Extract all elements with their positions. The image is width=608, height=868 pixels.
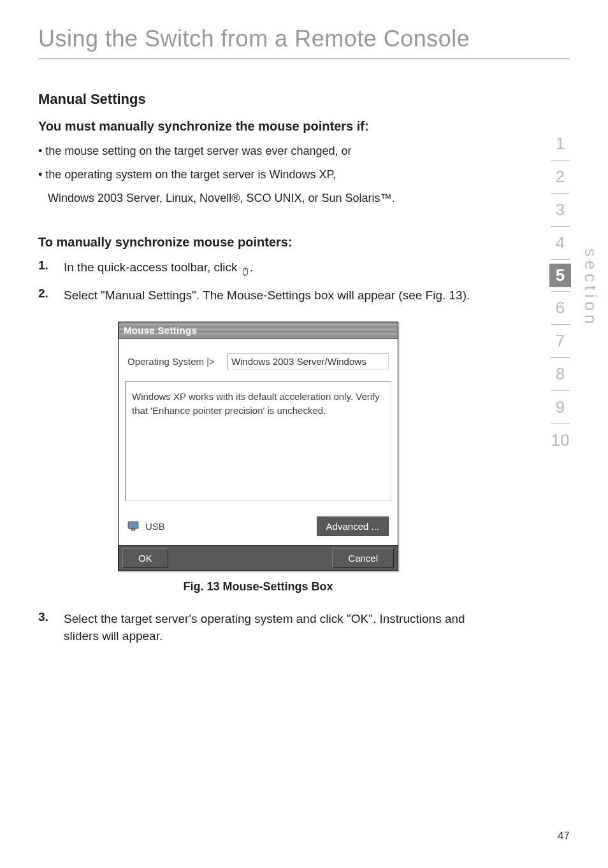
section-nav-3[interactable]: 3 (544, 194, 576, 226)
section-nav-7[interactable]: 7 (544, 325, 576, 357)
svg-rect-3 (131, 529, 135, 530)
figure-caption: Fig. 13 Mouse-Settings Box (38, 580, 478, 594)
step1-text-a: In the quick-access toolbar, click (64, 260, 241, 274)
numbered-list: 1. In the quick-access toolbar, click . … (38, 259, 478, 304)
heading-manual-settings: Manual Settings (38, 91, 478, 108)
section-nav-4[interactable]: 4 (544, 227, 576, 259)
ok-button[interactable]: OK (122, 548, 168, 568)
dialog-usb-row: USB Advanced ... (119, 501, 398, 545)
bullet-os-list-cont: Windows 2003 Server, Linux, Novell®, SCO… (38, 190, 478, 207)
numbered-list-2: 3. Select the target server's operating … (38, 610, 478, 645)
section-nav-10[interactable]: 10 (544, 424, 576, 457)
usb-group: USB (127, 521, 165, 532)
section-vertical-label: section (581, 248, 600, 327)
step3-number: 3. (38, 610, 64, 645)
subheading-to-sync: To manually synchronize mouse pointers: (38, 235, 478, 250)
dialog-message: Windows XP works with its default accele… (125, 381, 391, 501)
bullet-os-list: • the operating system on the target ser… (38, 166, 478, 183)
step1-text: In the quick-access toolbar, click . (64, 259, 253, 276)
nav-divider (551, 259, 570, 260)
advanced-button[interactable]: Advanced ... (317, 516, 389, 536)
dialog-os-row: Operating System |> (119, 339, 398, 381)
section-nav: 1 2 3 4 5 6 7 8 9 10 (544, 127, 576, 457)
step2-number: 2. (38, 287, 64, 304)
monitor-icon (127, 521, 139, 531)
step3-text: Select the target server's operating sys… (64, 610, 478, 645)
section-nav-8[interactable]: 8 (544, 358, 576, 390)
cancel-button[interactable]: Cancel (332, 548, 394, 568)
os-label: Operating System |> (127, 356, 215, 367)
step-3: 3. Select the target server's operating … (38, 610, 478, 645)
section-nav-1[interactable]: 1 (544, 127, 576, 160)
section-nav-5[interactable]: 5 (549, 264, 571, 287)
mouse-settings-dialog: Mouse Settings Operating System |> Windo… (118, 322, 398, 571)
section-nav-6[interactable]: 6 (544, 292, 576, 324)
step1-number: 1. (38, 259, 64, 276)
page-title: Using the Switch from a Remote Console (0, 0, 608, 59)
step-2: 2. Select "Manual Settings". The Mouse-S… (38, 287, 478, 304)
dialog-footer: OK Cancel (119, 545, 398, 571)
main-content: Manual Settings You must manually synchr… (0, 91, 516, 645)
section-nav-2[interactable]: 2 (544, 160, 576, 193)
os-input[interactable] (228, 353, 389, 370)
step2-text: Select "Manual Settings". The Mouse-Sett… (64, 287, 470, 304)
section-nav-9[interactable]: 9 (544, 391, 576, 423)
page-number: 47 (558, 830, 570, 843)
step1-text-b: . (250, 260, 253, 274)
subheading-sync-if: You must manually synchronize the mouse … (38, 119, 478, 134)
svg-rect-2 (128, 522, 138, 529)
bullet-mouse-changed: • the mouse setting on the target server… (38, 143, 478, 160)
mouse-icon (241, 264, 250, 273)
title-underline (38, 59, 570, 59)
dialog-title: Mouse Settings (119, 322, 398, 339)
usb-label: USB (145, 521, 165, 532)
step-1: 1. In the quick-access toolbar, click . (38, 259, 478, 276)
